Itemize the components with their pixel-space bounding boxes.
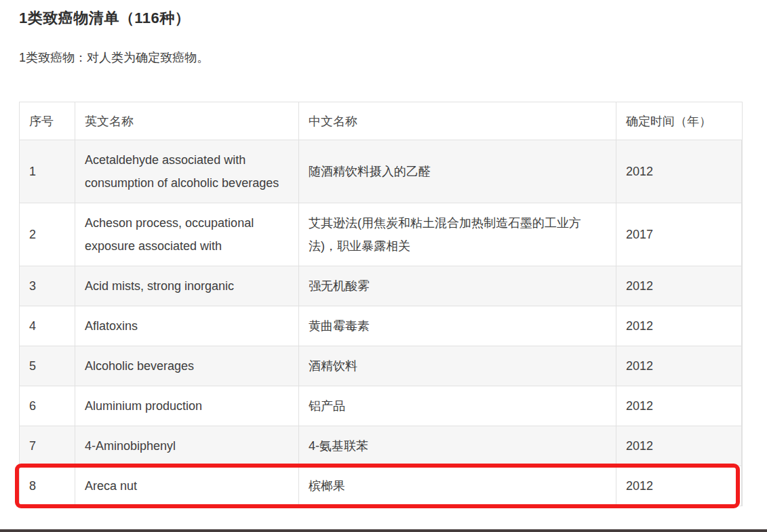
page-bottom-edge	[0, 529, 767, 532]
page-title: 1类致癌物清单（116种）	[19, 8, 767, 28]
cell-chinese-name: 艾其逊法(用焦炭和粘土混合加热制造石墨的工业方法)，职业暴露相关	[299, 203, 616, 266]
cell-index: 6	[20, 386, 75, 426]
cell-index: 4	[20, 306, 75, 346]
table-header-row: 序号 英文名称 中文名称 确定时间（年）	[20, 102, 742, 140]
table-row: 1 Acetaldehyde associated with consumpti…	[20, 140, 742, 203]
table-row: 4 Aflatoxins 黄曲霉毒素 2012	[20, 306, 742, 346]
cell-english-name: Areca nut	[75, 466, 299, 506]
cell-index: 8	[20, 466, 75, 506]
cell-chinese-name: 随酒精饮料摄入的乙醛	[299, 140, 616, 203]
carcinogen-table: 序号 英文名称 中文名称 确定时间（年） 1 Acetaldehyde asso…	[19, 102, 743, 506]
table-row: 7 4-Aminobiphenyl 4-氨基联苯 2012	[20, 426, 742, 466]
cell-index: 3	[20, 266, 75, 306]
cell-chinese-name: 酒精饮料	[299, 346, 616, 386]
cell-year-confirmed: 2012	[616, 306, 742, 346]
cell-chinese-name: 强无机酸雾	[299, 266, 616, 306]
column-header-english-name: 英文名称	[75, 102, 299, 140]
table-row: 2 Acheson process, occupational exposure…	[20, 203, 742, 266]
cell-english-name: Aflatoxins	[75, 306, 299, 346]
cell-index: 7	[20, 426, 75, 466]
page-subtitle: 1类致癌物：对人类为确定致癌物。	[19, 49, 767, 66]
cell-year-confirmed: 2012	[616, 346, 742, 386]
table-row: 8 Areca nut 槟榔果 2012	[20, 466, 742, 506]
cell-chinese-name: 黄曲霉毒素	[299, 306, 616, 346]
table-row: 3 Acid mists, strong inorganic 强无机酸雾 201…	[20, 266, 742, 306]
cell-english-name: Acid mists, strong inorganic	[75, 266, 299, 306]
cell-index: 1	[20, 140, 75, 203]
cell-year-confirmed: 2012	[616, 266, 742, 306]
column-header-chinese-name: 中文名称	[299, 102, 616, 140]
cell-english-name: Aluminium production	[75, 386, 299, 426]
article-page: 1类致癌物清单（116种） 1类致癌物：对人类为确定致癌物。 序号 英文名称 中…	[0, 0, 767, 506]
cell-index: 2	[20, 203, 75, 266]
table-body: 1 Acetaldehyde associated with consumpti…	[20, 140, 742, 506]
cell-year-confirmed: 2017	[616, 203, 742, 266]
cell-year-confirmed: 2012	[616, 466, 742, 506]
cell-english-name: 4-Aminobiphenyl	[75, 426, 299, 466]
cell-chinese-name: 槟榔果	[299, 466, 616, 506]
cell-year-confirmed: 2012	[616, 386, 742, 426]
table-row: 5 Alcoholic beverages 酒精饮料 2012	[20, 346, 742, 386]
column-header-index: 序号	[20, 102, 75, 140]
cell-year-confirmed: 2012	[616, 140, 742, 203]
cell-chinese-name: 铝产品	[299, 386, 616, 426]
cell-chinese-name: 4-氨基联苯	[299, 426, 616, 466]
cell-year-confirmed: 2012	[616, 426, 742, 466]
table-row: 6 Aluminium production 铝产品 2012	[20, 386, 742, 426]
column-header-year-confirmed: 确定时间（年）	[616, 102, 742, 140]
cell-english-name: Acetaldehyde associated with consumption…	[75, 140, 299, 203]
cell-english-name: Acheson process, occupational exposure a…	[75, 203, 299, 266]
cell-english-name: Alcoholic beverages	[75, 346, 299, 386]
cell-index: 5	[20, 346, 75, 386]
